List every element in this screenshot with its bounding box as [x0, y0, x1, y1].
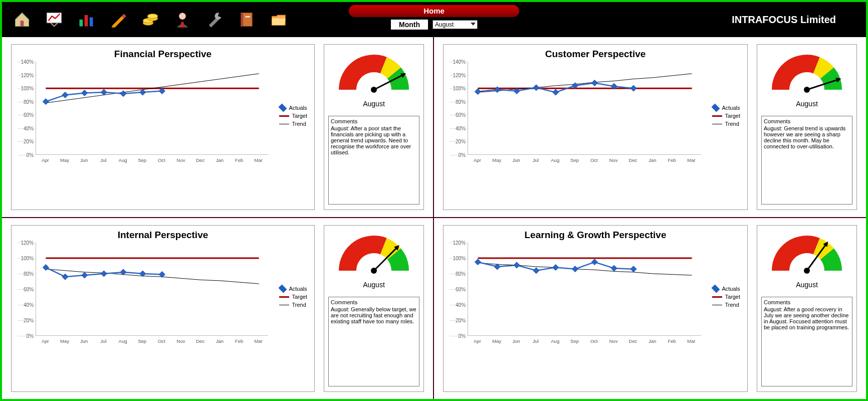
- dashboard-grid: Financial Perspective 0%20%40%60%80%100%…: [2, 37, 866, 399]
- notebook-icon[interactable]: [237, 10, 257, 30]
- svg-rect-2: [80, 20, 83, 27]
- svg-point-9: [179, 13, 186, 20]
- legend-target: Target: [292, 294, 307, 300]
- tools-icon[interactable]: [204, 10, 225, 30]
- legend-actuals: Actuals: [722, 286, 740, 292]
- svg-rect-3: [85, 15, 88, 27]
- legend-target: Target: [292, 113, 307, 119]
- legend-actuals: Actuals: [722, 105, 740, 111]
- perspective-panel: Customer Perspective 0%20%40%60%80%100%1…: [434, 37, 866, 218]
- gauge-chart: [334, 50, 414, 97]
- gauge-chart: [334, 231, 414, 278]
- svg-rect-0: [21, 21, 24, 26]
- chart-title: Internal Perspective: [18, 230, 308, 241]
- coins-icon[interactable]: [140, 10, 160, 30]
- gauge-month-label: August: [363, 100, 385, 108]
- svg-point-24: [371, 268, 377, 274]
- month-label: Month: [390, 19, 428, 30]
- gauge-panel: August Comments August: After a good rec…: [757, 225, 857, 392]
- gauge-chart: [767, 231, 847, 278]
- person-icon[interactable]: [172, 10, 192, 30]
- comments-box[interactable]: Comments August: After a poor start the …: [328, 116, 419, 205]
- legend-target: Target: [725, 294, 740, 300]
- perspective-panel: Internal Perspective 0%20%40%60%80%100%1…: [2, 218, 434, 399]
- company-name: INTRAFOCUS Limited: [732, 14, 836, 26]
- gauge-panel: August Comments August: After a poor sta…: [324, 44, 424, 210]
- svg-point-16: [371, 87, 377, 93]
- comments-box[interactable]: Comments August: After a good recovery i…: [761, 297, 852, 386]
- comments-box[interactable]: Comments August: Generally below target,…: [328, 297, 419, 386]
- pencil-icon[interactable]: [108, 10, 128, 30]
- comments-header: Comments: [764, 118, 850, 124]
- comments-box[interactable]: Comments August: General trend is upward…: [761, 116, 852, 205]
- legend-target: Target: [725, 113, 740, 119]
- toolbar-icons: [12, 10, 289, 30]
- gauge-panel: August Comments August: General trend is…: [757, 44, 857, 210]
- perspective-panel: Learning & Growth Perspective 0%20%40%60…: [434, 218, 866, 399]
- legend-trend: Trend: [725, 121, 739, 127]
- comments-header: Comments: [331, 299, 417, 305]
- comments-text: August: Generally below target, we are n…: [331, 306, 417, 324]
- bar-chart-icon[interactable]: [76, 10, 96, 30]
- perspective-panel: Financial Perspective 0%20%40%60%80%100%…: [2, 37, 434, 218]
- chart-legend: Actuals Target Trend: [712, 105, 740, 129]
- chart-title: Customer Perspective: [450, 49, 741, 60]
- chart-legend: Actuals Target Trend: [279, 105, 307, 129]
- line-chart: Customer Perspective 0%20%40%60%80%100%1…: [443, 44, 748, 210]
- comments-header: Comments: [331, 118, 417, 124]
- gauge-chart: [767, 50, 847, 97]
- chart-title: Learning & Growth Perspective: [450, 230, 741, 241]
- svg-rect-4: [90, 18, 93, 27]
- home-icon[interactable]: [12, 10, 32, 30]
- comments-header: Comments: [764, 299, 850, 305]
- line-chart: Learning & Growth Perspective 0%20%40%60…: [443, 225, 748, 392]
- month-dropdown[interactable]: August: [432, 20, 478, 29]
- folder-icon[interactable]: [269, 10, 289, 30]
- home-button[interactable]: Home: [349, 5, 519, 17]
- svg-rect-12: [246, 16, 250, 17]
- header-center: Home Month August: [349, 5, 519, 30]
- legend-trend: Trend: [292, 121, 306, 127]
- chart-legend: Actuals Target Trend: [712, 286, 740, 310]
- comments-text: August: General trend is upwards however…: [764, 125, 850, 149]
- legend-trend: Trend: [292, 302, 306, 308]
- gauge-month-label: August: [363, 281, 385, 289]
- gauge-month-label: August: [796, 100, 818, 108]
- gauge-panel: August Comments August: Generally below …: [324, 225, 424, 392]
- svg-point-8: [147, 14, 157, 19]
- chart-board-icon[interactable]: [44, 10, 64, 30]
- svg-point-20: [804, 87, 810, 93]
- comments-text: August: After a good recovery in July we…: [764, 306, 850, 330]
- legend-actuals: Actuals: [289, 105, 307, 111]
- top-toolbar: Home Month August INTRAFOCUS Limited: [2, 2, 866, 37]
- svg-point-28: [804, 268, 810, 274]
- chart-title: Financial Perspective: [18, 49, 308, 60]
- comments-text: August: After a poor start the financial…: [331, 125, 417, 155]
- legend-trend: Trend: [725, 302, 739, 308]
- gauge-month-label: August: [796, 281, 818, 289]
- svg-rect-11: [241, 13, 244, 27]
- line-chart: Internal Perspective 0%20%40%60%80%100%1…: [11, 225, 315, 392]
- legend-actuals: Actuals: [289, 286, 307, 292]
- chart-legend: Actuals Target Trend: [279, 286, 307, 310]
- line-chart: Financial Perspective 0%20%40%60%80%100%…: [11, 44, 315, 210]
